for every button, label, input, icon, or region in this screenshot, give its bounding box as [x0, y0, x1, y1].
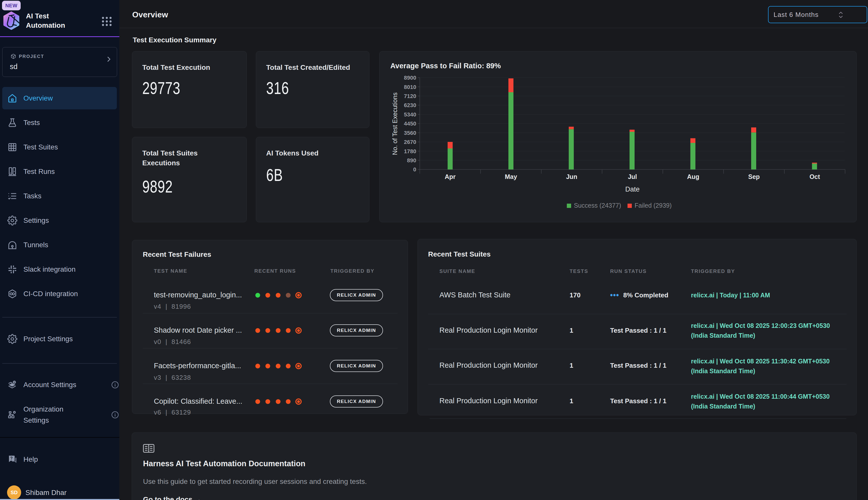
svg-text:5340: 5340 — [404, 111, 416, 118]
svg-text:8010: 8010 — [404, 84, 416, 90]
svg-text:8900: 8900 — [404, 75, 416, 81]
svg-text:3560: 3560 — [404, 130, 416, 136]
svg-text:7120: 7120 — [404, 93, 416, 99]
svg-text:Jul: Jul — [628, 173, 637, 180]
svg-text:2670: 2670 — [404, 139, 416, 145]
svg-text:Date: Date — [625, 185, 640, 193]
svg-text:1780: 1780 — [404, 148, 416, 155]
svg-text:Average Pass to Fail Ratio: 89: Average Pass to Fail Ratio: 89% — [390, 62, 501, 70]
svg-text:?: ? — [10, 456, 13, 461]
svg-text:No. of Test Executions: No. of Test Executions — [391, 92, 398, 155]
svg-text:890: 890 — [407, 157, 416, 163]
svg-text:Jun: Jun — [566, 173, 577, 180]
svg-text:Failed (2939): Failed (2939) — [635, 202, 672, 209]
svg-text:4450: 4450 — [404, 121, 416, 127]
svg-text:Oct: Oct — [810, 173, 820, 180]
svg-text:Aug: Aug — [687, 173, 699, 180]
svg-text:6230: 6230 — [404, 102, 416, 109]
svg-text:May: May — [505, 173, 517, 180]
svg-text:0: 0 — [413, 166, 416, 173]
svg-text:Sep: Sep — [748, 173, 760, 180]
svg-text:Success (24377): Success (24377) — [574, 202, 621, 209]
svg-text:Apr: Apr — [445, 173, 456, 180]
